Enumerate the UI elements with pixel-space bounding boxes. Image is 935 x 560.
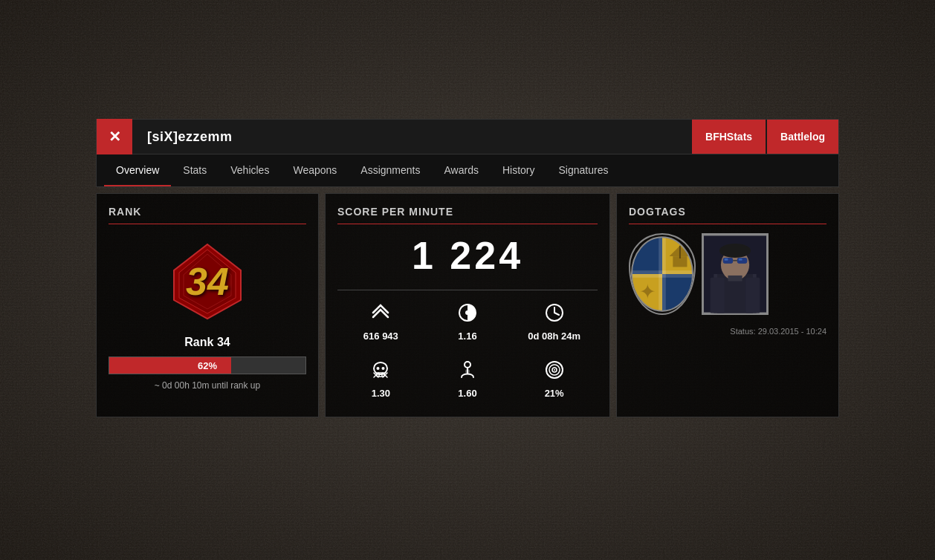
svg-point-20 xyxy=(465,369,470,374)
tab-assignments[interactable]: Assignments xyxy=(349,154,432,186)
svg-point-12 xyxy=(377,367,380,370)
rank-badge: 34 xyxy=(170,241,245,322)
stat-value-score: 616 943 xyxy=(363,331,398,342)
rank-label: Rank 34 xyxy=(184,336,230,349)
status-text: Status: 29.03.2015 - 10:24 xyxy=(629,327,826,336)
svg-rect-50 xyxy=(737,258,747,264)
dogtags-panel: Dogtags xyxy=(616,193,839,417)
score-value: 1 224 xyxy=(337,233,598,278)
tab-awards[interactable]: Awards xyxy=(432,154,490,186)
svg-point-24 xyxy=(554,369,555,371)
person-icon xyxy=(457,359,478,385)
header-bar: ✕ [siX]ezzemm BFHStats Battlelog xyxy=(96,119,839,154)
svg-rect-35 xyxy=(679,246,681,258)
circle-half-icon xyxy=(457,302,478,328)
stat-value-accuracy: 21% xyxy=(545,388,564,399)
svg-text:✦: ✦ xyxy=(639,281,656,303)
svg-rect-30 xyxy=(662,274,694,313)
svg-point-37 xyxy=(637,244,641,248)
dogtags-content: ✦ xyxy=(629,233,826,315)
stat-item-kd: 1.16 xyxy=(424,296,511,348)
score-panel-title: Score per minute xyxy=(337,206,598,224)
svg-rect-49 xyxy=(723,258,733,264)
main-container: ✕ [siX]ezzemm BFHStats Battlelog Overvie… xyxy=(96,119,839,417)
clock-icon xyxy=(544,302,565,328)
stat-item-accuracy: 21% xyxy=(511,354,598,405)
close-button[interactable]: ✕ xyxy=(97,119,132,154)
dogtag-emblem: ✦ xyxy=(629,233,696,315)
navigation-tabs: Overview Stats Vehicles Weapons Assignme… xyxy=(96,154,839,187)
svg-rect-27 xyxy=(630,235,662,274)
rank-diamond: 34 xyxy=(170,241,245,322)
rank-progress-text: 62% xyxy=(109,360,305,371)
svg-rect-52 xyxy=(739,258,742,261)
stat-item-time: 0d 08h 24m xyxy=(511,296,598,348)
svg-rect-53 xyxy=(728,276,742,281)
tab-stats[interactable]: Stats xyxy=(171,154,219,186)
target-icon xyxy=(544,359,565,385)
score-divider xyxy=(337,290,598,290)
stat-value-kpm: 1.30 xyxy=(372,388,390,399)
stat-item-spm: 1.60 xyxy=(424,354,511,405)
chevrons-up-icon xyxy=(370,302,391,328)
rank-time-until: ~ 0d 00h 10m until rank up xyxy=(155,380,260,391)
stat-value-kd: 1.16 xyxy=(458,331,476,342)
content-area: Rank 34 Rank 34 xyxy=(96,193,839,417)
bfhstats-button[interactable]: BFHStats xyxy=(692,120,766,154)
rank-number: 34 xyxy=(186,259,229,304)
rank-panel: Rank 34 Rank 34 xyxy=(96,193,319,417)
svg-line-7 xyxy=(554,313,559,315)
stat-value-time: 0d 08h 24m xyxy=(528,331,580,342)
svg-rect-55 xyxy=(711,278,725,313)
stat-item-score: 616 943 xyxy=(337,296,424,348)
stat-item-kpm: 1.30 xyxy=(337,354,424,405)
player-name: [siX]ezzemm xyxy=(132,129,692,145)
rank-panel-title: Rank xyxy=(109,206,306,224)
tab-overview[interactable]: Overview xyxy=(104,154,171,186)
svg-point-54 xyxy=(719,244,751,258)
svg-point-4 xyxy=(465,310,470,315)
dogtag-photo xyxy=(702,233,769,315)
tab-history[interactable]: History xyxy=(491,154,547,186)
stat-value-spm: 1.60 xyxy=(458,388,476,399)
svg-rect-56 xyxy=(745,278,760,313)
tab-vehicles[interactable]: Vehicles xyxy=(219,154,281,186)
battlelog-button[interactable]: Battlelog xyxy=(767,120,838,154)
svg-rect-32 xyxy=(630,270,694,278)
tab-weapons[interactable]: Weapons xyxy=(281,154,349,186)
stats-grid: 616 943 1.16 xyxy=(337,296,598,405)
header-buttons: BFHStats Battlelog xyxy=(692,120,838,154)
dogtags-panel-title: Dogtags xyxy=(629,206,826,224)
svg-rect-51 xyxy=(725,258,728,261)
tab-signatures[interactable]: Signatures xyxy=(546,154,620,186)
score-panel: Score per minute 1 224 616 943 xyxy=(325,193,610,417)
skull-icon xyxy=(370,359,391,385)
rank-progress-bar: 62% xyxy=(109,356,306,374)
svg-point-18 xyxy=(465,362,470,368)
svg-point-13 xyxy=(382,367,385,370)
